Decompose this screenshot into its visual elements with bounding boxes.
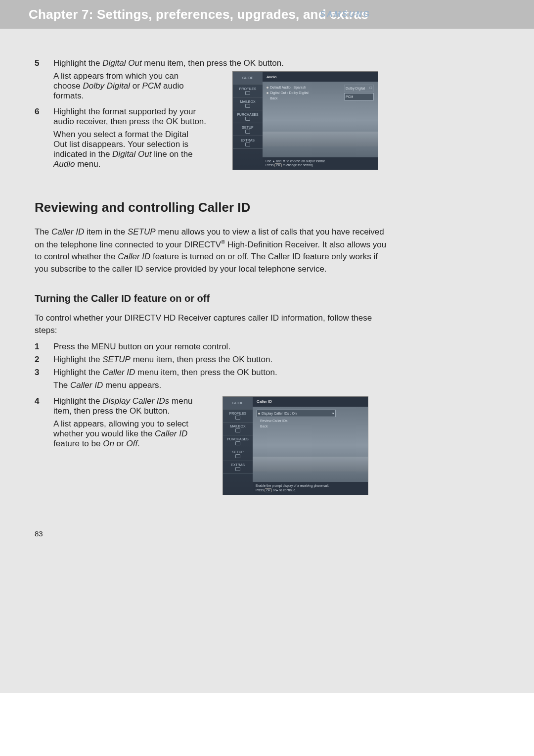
ss-label: PURCHASES [227, 437, 249, 441]
text-italic: Digital Out [112, 149, 151, 159]
ok-badge: OK [274, 163, 282, 167]
ss-title: Caller ID [253, 397, 368, 407]
ss-label: SETUP [242, 126, 253, 129]
ss-sidebar: GUIDE▸ PROFILES MAILBOX PURCHASES SETUP … [223, 397, 253, 495]
text-italic: Digital Out [102, 58, 141, 68]
ss-label: EXTRAS [241, 139, 255, 142]
ss-menu-list: Default Audio : Spanish Digital Out : Do… [267, 85, 342, 101]
chapter-title: Chapter 7: Settings, preferences, upgrad… [29, 7, 368, 22]
bullet-icon [258, 413, 260, 415]
text-italic: Caller ID [51, 227, 84, 236]
text-italic: PCM [142, 81, 161, 91]
text-italic: Audio [53, 159, 75, 169]
text: line on the [151, 149, 192, 159]
ss-label: SETUP [232, 450, 243, 454]
text-italic: Caller ID [118, 252, 150, 261]
ss-sidebar-extras: EXTRAS [223, 461, 253, 474]
ss-label: PROFILES [229, 412, 247, 415]
text: Highlight the [53, 368, 102, 377]
ss-title: Audio [263, 72, 378, 82]
screenshot-caller-id: GUIDE▸ PROFILES MAILBOX PURCHASES SETUP … [222, 396, 368, 495]
ss-sidebar-guide: GUIDE▸ [223, 397, 253, 410]
registered-mark: ® [221, 239, 225, 245]
ss-row-text: Back [270, 96, 278, 100]
ss-label: GUIDE [232, 401, 243, 405]
step-number: 5 [35, 58, 53, 68]
paragraph: The Caller ID item in the SETUP menu all… [35, 226, 391, 275]
ss-row-text: Digital Out : Dolby Digital [270, 91, 309, 94]
brand-logo: SAMSUNG [320, 10, 371, 19]
ss-label: PROFILES [239, 87, 257, 91]
ss-label: EXTRAS [231, 463, 245, 467]
cart-icon [245, 117, 250, 121]
step-subtext: When you select a format the Digital Out… [53, 130, 202, 169]
ss-row: Back [260, 424, 364, 429]
step-text: Highlight the Caller ID menu item, then … [53, 368, 499, 378]
mailbox-icon [245, 104, 250, 108]
page-number: 83 [35, 529, 43, 538]
text: Highlight the [53, 355, 102, 364]
step-text: Highlight the Display Caller IDs menu it… [53, 396, 198, 416]
ss-sidebar-setup: SETUP [223, 448, 253, 461]
ss-main: Audio Default Audio : Spanish Digital Ou… [263, 72, 378, 170]
text: or [114, 439, 127, 448]
ss-row-selected: Display Caller IDs : On ▾ [257, 410, 336, 417]
step-number: 4 [35, 396, 53, 416]
text: menu item, then press the OK button. [135, 368, 277, 377]
ok-badge: OK [265, 488, 272, 492]
step-number: 2 [35, 355, 53, 365]
step-subtext: A list appears from which you can choose… [53, 71, 202, 101]
ss-row: Default Audio : Spanish [267, 85, 342, 90]
ss-footer-line: Press OK to change the setting. [266, 163, 375, 168]
step-text: Highlight the Digital Out menu item, the… [53, 58, 499, 68]
text: . [137, 439, 140, 448]
ss-options: Dolby Digital▢ PCM [344, 85, 374, 101]
ss-sidebar-purchases: PURCHASES [223, 435, 253, 448]
heading-caller-id: Reviewing and controlling Caller ID [35, 200, 499, 215]
ss-row-text: Back [260, 425, 268, 428]
text-italic: Display Caller IDs [102, 396, 169, 406]
text-italic: Off [126, 439, 137, 448]
step-number: 6 [35, 107, 53, 127]
ss-label: MAILBOX [230, 425, 245, 428]
extras-icon [235, 467, 240, 471]
ss-sidebar-purchases: PURCHASES [233, 110, 263, 123]
text: Highlight the [53, 396, 102, 406]
ss-sidebar-profiles: PROFILES [223, 410, 253, 423]
step-text: Highlight the format supported by your a… [53, 107, 213, 127]
cart-icon [235, 441, 240, 445]
ss-label: MAILBOX [240, 100, 255, 103]
text: feature to be [53, 439, 103, 448]
screenshot-audio: GUIDE▸ PROFILES MAILBOX PURCHASES SETUP … [232, 71, 378, 170]
text: Highlight the [53, 58, 102, 68]
gear-icon [245, 130, 250, 134]
ss-row: Back [267, 95, 342, 101]
ss-row-text: Review Caller IDs [260, 419, 288, 423]
ss-row: Digital Out : Dolby Digital [267, 90, 342, 95]
ss-main: Caller ID Display Caller IDs : On ▾ Revi… [253, 397, 368, 495]
ss-footer: Enable the prompt display of a receiving… [253, 482, 368, 494]
text-italic: SETUP [102, 355, 131, 364]
mailbox-icon [235, 428, 240, 432]
ss-option: Dolby Digital▢ [344, 85, 374, 92]
ss-footer-line: Press OK or ▸ to continue. [256, 488, 365, 493]
profile-icon [245, 91, 250, 95]
text: menu appears. [103, 380, 161, 390]
bullet-icon [267, 92, 268, 94]
text: item in the [84, 227, 128, 236]
text-italic: Caller ID [70, 380, 103, 390]
text-italic: Caller ID [102, 368, 135, 377]
ss-row-text: Display Caller IDs : On [262, 412, 297, 415]
ss-menu-list: Display Caller IDs : On ▾ Review Caller … [257, 410, 364, 429]
ss-row-text: Default Audio : Spanish [270, 86, 306, 89]
ss-option-selected: PCM [344, 93, 374, 100]
ss-label: PURCHASES [237, 113, 259, 116]
step-subtext: The Caller ID menu appears. [53, 380, 301, 390]
ss-footer-line: Enable the prompt display of a receiving… [256, 484, 365, 488]
text-italic: Dolby Digital [83, 81, 130, 91]
heading-turning-caller-id: Turning the Caller ID feature on or off [35, 293, 499, 304]
gear-icon [235, 454, 240, 458]
ss-sidebar-mailbox: MAILBOX [223, 423, 253, 435]
ss-row: Review Caller IDs [260, 418, 364, 424]
paragraph: To control whether your DIRECTV HD Recei… [35, 312, 391, 336]
